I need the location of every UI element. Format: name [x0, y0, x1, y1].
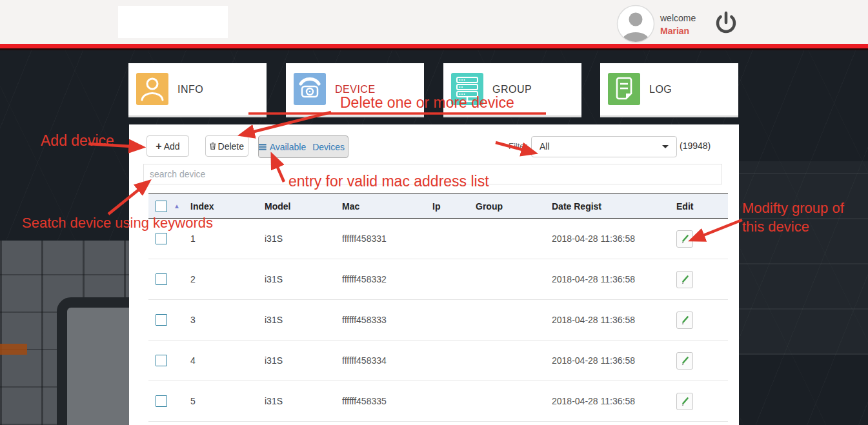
annotation-delete-device: Delete one or more device — [340, 94, 514, 112]
annotation-modify-group-line2: this device — [742, 217, 844, 236]
edit-button[interactable] — [676, 230, 693, 248]
pencil-icon — [680, 315, 690, 325]
annotation-mac-entry: entry for valid mac address list — [288, 173, 489, 190]
row-checkbox[interactable] — [156, 273, 167, 285]
col-header-index[interactable]: Index — [185, 201, 258, 212]
cell-index: 4 — [185, 355, 258, 366]
cell-date: 2018-04-28 11:36:58 — [545, 233, 671, 244]
col-header-date-regist[interactable]: Date Regist — [545, 201, 671, 212]
row-checkbox[interactable] — [156, 233, 167, 244]
cell-model: i31S — [258, 233, 336, 244]
background-photo-left — [0, 241, 134, 425]
table-row: 2 i31S ffffff458332 2018-04-28 11:36:58 — [148, 259, 728, 300]
available-segment[interactable]: Available — [267, 142, 310, 152]
device-count: (19948) — [680, 141, 711, 151]
row-checkbox[interactable] — [156, 355, 167, 366]
add-button[interactable]: +Add — [146, 135, 189, 157]
available-devices-toggle[interactable]: Available Devices — [258, 135, 348, 158]
header-divider — [0, 44, 868, 50]
cell-date: 2018-04-28 11:36:58 — [545, 274, 671, 284]
plus-icon: + — [156, 142, 161, 151]
col-header-edit[interactable]: Edit — [671, 201, 728, 212]
edit-button[interactable] — [676, 271, 693, 288]
nav-label-log: LOG — [649, 63, 672, 115]
table-row: 5 i31S ffffff458335 2018-04-28 11:36:58 — [148, 381, 728, 422]
select-all-checkbox[interactable] — [156, 201, 167, 212]
cell-mac: ffffff458334 — [336, 355, 426, 366]
phone-icon — [294, 73, 326, 105]
filter-selected-value: All — [540, 141, 550, 152]
delete-button-label: Delete — [218, 141, 244, 152]
edit-button[interactable] — [676, 393, 693, 410]
table-row: 4 i31S ffffff458334 2018-04-28 11:36:58 — [148, 341, 728, 381]
cell-index: 5 — [185, 396, 258, 406]
background-photo-detail — [0, 344, 27, 355]
annotation-modify-group-line1: Modifty group of — [742, 199, 844, 217]
filter-dropdown[interactable]: All — [531, 136, 677, 157]
cell-mac: ffffff458333 — [336, 315, 426, 325]
cell-index: 3 — [185, 315, 258, 325]
add-button-label: Add — [164, 141, 180, 152]
cell-date: 2018-04-28 11:36:58 — [545, 355, 671, 366]
devices-segment[interactable]: Devices — [309, 142, 348, 152]
col-header-group[interactable]: Group — [469, 201, 545, 212]
filter-label: Filter — [509, 141, 527, 151]
logout-button[interactable] — [713, 10, 739, 37]
row-checkbox[interactable] — [156, 395, 167, 407]
table-row: 1 i31S ffffff458331 2018-04-28 11:36:58 — [148, 219, 728, 259]
welcome-label: welcome — [660, 12, 696, 25]
table-header: ▲ Index Model Mac Ip Group Date Regist E… — [148, 193, 728, 219]
table-body: 1 i31S ffffff458331 2018-04-28 11:36:58 … — [148, 219, 728, 422]
col-header-model[interactable]: Model — [258, 201, 336, 212]
device-management-page: welcome Marian INFO — [0, 0, 868, 425]
sort-asc-icon[interactable]: ▲ — [174, 203, 180, 210]
pencil-icon — [680, 356, 690, 366]
cell-model: i31S — [258, 274, 336, 284]
cell-mac: ffffff458332 — [336, 274, 426, 284]
row-checkbox[interactable] — [156, 314, 167, 326]
cell-mac: ffffff458335 — [336, 396, 426, 406]
avatar[interactable] — [616, 5, 655, 43]
cell-date: 2018-04-28 11:36:58 — [545, 315, 671, 325]
table-row: 3 i31S ffffff458333 2018-04-28 11:36:58 — [148, 300, 728, 341]
avatar-icon — [616, 5, 655, 43]
edit-button[interactable] — [676, 352, 693, 370]
device-table: ▲ Index Model Mac Ip Group Date Regist E… — [148, 193, 728, 422]
user-greeting: welcome Marian — [660, 12, 696, 37]
pencil-icon — [680, 397, 690, 406]
chevron-down-icon — [662, 145, 669, 148]
annotation-add-device: Add device — [41, 132, 114, 150]
delete-button[interactable]: Delete — [205, 135, 248, 157]
list-icon — [259, 143, 267, 151]
col-header-mac[interactable]: Mac — [336, 201, 426, 212]
trash-icon — [210, 141, 216, 151]
device-panel: +Add Delete Available Devices Filter — [129, 124, 739, 425]
power-icon — [713, 10, 739, 37]
cell-date: 2018-04-28 11:36:58 — [545, 396, 671, 406]
username: Marian — [660, 25, 696, 37]
top-header: welcome Marian — [0, 0, 868, 44]
cell-index: 1 — [185, 233, 258, 244]
nav-label-info: INFO — [177, 63, 203, 115]
cell-model: i31S — [258, 355, 336, 366]
nav-card-log[interactable]: LOG — [600, 63, 738, 117]
person-icon — [136, 73, 168, 105]
col-header-ip[interactable]: Ip — [426, 201, 469, 212]
cell-mac: ffffff458331 — [336, 233, 426, 244]
annotation-modify-group: Modifty group of this device — [742, 199, 844, 236]
logo-placeholder — [118, 6, 228, 38]
background-photo-right — [739, 161, 868, 355]
pencil-icon — [680, 275, 690, 284]
cell-index: 2 — [185, 274, 258, 284]
edit-button[interactable] — [676, 311, 693, 329]
pencil-icon — [680, 234, 690, 244]
nav-card-info[interactable]: INFO — [128, 63, 267, 117]
cell-model: i31S — [258, 315, 336, 325]
document-icon — [608, 73, 640, 105]
cell-model: i31S — [258, 396, 336, 406]
annotation-search-hint: Seatch device using keywords — [22, 215, 213, 232]
